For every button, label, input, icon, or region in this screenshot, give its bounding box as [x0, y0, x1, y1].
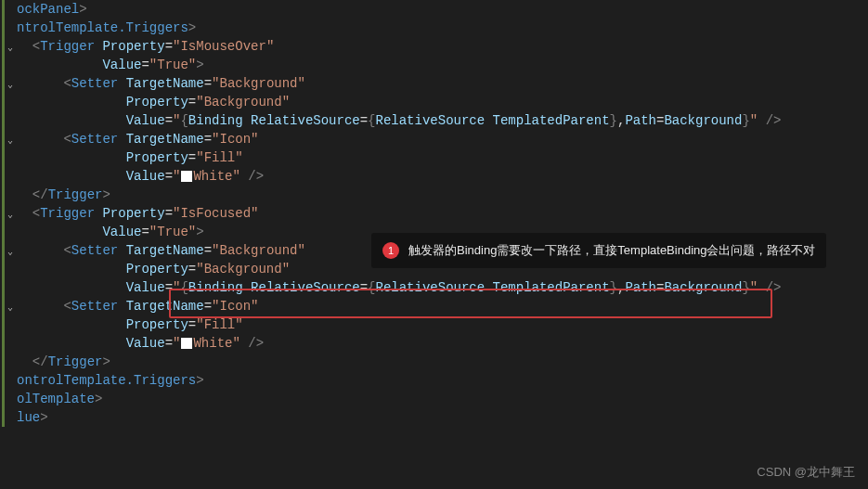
highlight-box: [169, 289, 772, 318]
code-line[interactable]: Property="Fill": [0, 315, 868, 334]
code-editor[interactable]: ockPanel> ntrolTemplate.Triggers> ⌄ <Tri…: [0, 0, 868, 427]
code-line[interactable]: ontrolTemplate.Triggers>: [0, 371, 868, 390]
code-line[interactable]: olTemplate>: [0, 390, 868, 408]
code-line[interactable]: ⌄ <Trigger Property="IsMouseOver": [0, 37, 868, 56]
code-line[interactable]: Property="Fill": [0, 148, 868, 167]
code-line[interactable]: </Trigger>: [0, 353, 868, 371]
fold-icon[interactable]: ⌄: [4, 76, 17, 95]
code-line[interactable]: ⌄ <Setter TargetName="Icon": [0, 130, 868, 148]
code-line[interactable]: Value="True">: [0, 56, 868, 74]
annotation-badge: 1: [382, 242, 399, 259]
annotation-callout: 1 触发器的Binding需要改一下路径，直接TemplateBinding会出…: [371, 233, 826, 268]
code-line[interactable]: ⌄ <Setter TargetName="Background": [0, 74, 868, 93]
code-line[interactable]: Value="{Binding RelativeSource={Relative…: [0, 111, 868, 130]
code-line[interactable]: ockPanel>: [0, 0, 868, 19]
fold-icon[interactable]: ⌄: [4, 132, 17, 150]
watermark-text: CSDN @龙中舞王: [757, 463, 855, 482]
color-swatch-icon: [181, 171, 192, 182]
code-line[interactable]: Property="Background": [0, 93, 868, 111]
code-line[interactable]: </Trigger>: [0, 186, 868, 204]
color-swatch-icon: [181, 338, 192, 349]
code-line[interactable]: ntrolTemplate.Triggers>: [0, 19, 868, 37]
code-line[interactable]: lue>: [0, 408, 868, 427]
fold-icon[interactable]: ⌄: [4, 243, 17, 262]
code-line[interactable]: ⌄ <Trigger Property="IsFocused": [0, 204, 868, 223]
annotation-text: 触发器的Binding需要改一下路径，直接TemplateBinding会出问题…: [408, 240, 815, 261]
fold-icon[interactable]: ⌄: [4, 39, 17, 58]
code-line[interactable]: Value="White" />: [0, 167, 868, 186]
fold-icon[interactable]: ⌄: [4, 299, 17, 317]
fold-icon[interactable]: ⌄: [4, 206, 17, 225]
code-line[interactable]: Value="White" />: [0, 334, 868, 353]
